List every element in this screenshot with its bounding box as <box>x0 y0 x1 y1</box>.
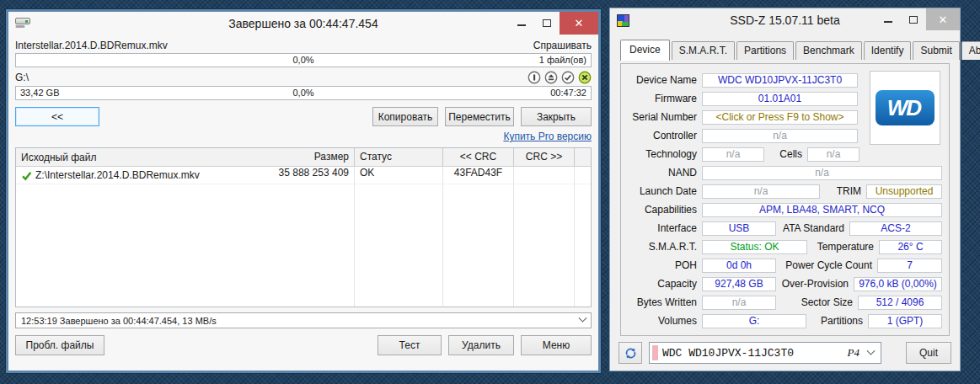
file-count: 1 файл(ов) <box>539 54 586 67</box>
controller-label: Controller <box>626 130 702 141</box>
smart-label: S.M.A.R.T. <box>626 241 702 253</box>
tab-benchmark[interactable]: Benchmark <box>795 41 862 60</box>
trim-label: TRIM <box>837 185 866 197</box>
test-button[interactable]: Тест <box>378 335 442 355</box>
total-progress-percent: 0,0% <box>16 87 591 99</box>
row-file-path: Z:\Interstellar.2014.D.BDRemux.mkv <box>35 169 200 181</box>
poh-label: POH <box>626 259 702 271</box>
maximize-button[interactable] <box>534 12 560 34</box>
menu-button[interactable]: Меню <box>521 335 592 355</box>
ata-standard-value: ACS-2 <box>849 221 942 236</box>
eject-icon[interactable] <box>544 71 558 84</box>
serial-value[interactable]: <Click or Press F9 to Show> <box>702 110 858 125</box>
source-file-label: Interstellar.2014.D.BDRemux.mkv <box>15 40 168 51</box>
minimize-button[interactable] <box>876 8 901 30</box>
over-provision-label: Over-Provision <box>782 278 854 290</box>
pause-icon[interactable] <box>527 71 541 84</box>
teracopy-window: »»» Завершено за 00:44:47.454 ✕ Interste… <box>5 8 602 374</box>
copy-button[interactable]: Копировать <box>372 107 438 126</box>
technology-value: n/a <box>702 147 764 162</box>
capacity-value: 927,48 GB <box>702 277 776 291</box>
file-list-table: Исходный файл Размер Статус << CRC CRC >… <box>15 147 592 307</box>
column-crc-source[interactable]: << CRC <box>443 148 514 166</box>
delete-button[interactable]: Удалить <box>448 335 514 355</box>
table-empty-area <box>16 184 591 307</box>
close-transfer-button[interactable]: Закрыть <box>521 107 592 126</box>
sector-size-label: Sector Size <box>801 296 858 308</box>
close-button[interactable]: ✕ <box>926 8 960 30</box>
power-cycle-label: Power Cycle Count <box>785 259 877 271</box>
check-icon <box>21 170 32 181</box>
vendor-logo-box: WD <box>870 71 940 145</box>
ssdz-window: SSD-Z 15.07.11 beta ✕ Device S.M.A.R.T. … <box>608 7 961 372</box>
close-icon: ✕ <box>939 13 948 26</box>
over-provision-value: 976,0 kB (0,00%) <box>854 277 942 291</box>
collapse-button[interactable]: << <box>15 107 99 126</box>
temperature-value: 26° C <box>879 240 942 254</box>
row-size: 35 888 253 409 <box>257 167 355 184</box>
tab-about[interactable]: About <box>961 41 980 60</box>
table-row[interactable]: Z:\Interstellar.2014.D.BDRemux.mkv 35 88… <box>16 167 591 184</box>
status-history-dropdown[interactable]: 12:53:19 Завершено за 00:44:47.454, 13 M… <box>15 312 592 328</box>
tab-smart[interactable]: S.M.A.R.T. <box>672 41 735 60</box>
tab-identify[interactable]: Identify <box>864 41 912 60</box>
cells-label: Cells <box>779 148 807 160</box>
problem-files-button[interactable]: Пробл. файлы <box>15 335 104 355</box>
cancel-icon[interactable] <box>578 71 592 84</box>
maximize-icon <box>909 16 918 24</box>
selected-device: WDC WD10JPVX-11JC3T0 <box>662 347 794 360</box>
sector-size-value: 512 / 4096 <box>858 296 942 310</box>
column-status[interactable]: Статус <box>355 148 443 166</box>
power-cycle-value: 7 <box>877 259 942 273</box>
column-crc-target[interactable]: CRC >> <box>514 148 575 166</box>
wd-logo: WD <box>876 90 934 125</box>
poh-value: 0d 0h <box>702 259 776 273</box>
quit-button[interactable]: Quit <box>906 342 951 364</box>
device-info-panel: WD Device NameWDC WD10JPVX-11JC3T0 Firmw… <box>620 64 950 336</box>
serial-label: Serial Number <box>626 111 702 123</box>
minimize-icon <box>517 24 526 26</box>
controller-value: n/a <box>702 129 858 143</box>
minimize-button[interactable] <box>509 12 534 34</box>
partitions-value: 1 (GPT) <box>868 314 942 328</box>
cells-value: n/a <box>807 147 860 162</box>
tab-device[interactable]: Device <box>620 40 670 61</box>
capabilities-label: Capabilities <box>626 204 702 216</box>
bytes-written-value: n/a <box>702 296 776 310</box>
move-button[interactable]: Переместить <box>445 107 514 126</box>
buy-pro-link[interactable]: Купить Pro версию <box>503 131 592 143</box>
launch-date-value: n/a <box>702 184 820 199</box>
device-color-marker <box>652 345 658 360</box>
teracopy-titlebar: »»» Завершено за 00:44:47.454 ✕ <box>8 12 598 35</box>
ask-mode-dropdown[interactable]: Спрашивать <box>533 40 592 51</box>
column-size[interactable]: Размер <box>257 148 355 166</box>
technology-label: Technology <box>626 148 702 160</box>
column-source-file[interactable]: Исходный файл <box>16 152 257 163</box>
table-header: Исходный файл Размер Статус << CRC CRC >… <box>16 148 591 167</box>
volumes-label: Volumes <box>626 315 702 327</box>
tab-partitions[interactable]: Partitions <box>736 41 794 60</box>
interface-value: USB <box>702 221 776 236</box>
close-button[interactable]: ✕ <box>560 12 598 35</box>
volumes-value: G: <box>702 314 806 328</box>
minimize-icon <box>884 21 892 23</box>
capabilities-value: APM, LBA48, SMART, NCQ <box>702 203 942 217</box>
chevron-down-icon <box>867 346 876 355</box>
temperature-label: Temperature <box>817 241 879 253</box>
ata-standard-label: ATA Standard <box>783 222 849 234</box>
device-selector-dropdown[interactable]: WDC WD10JPVX-11JC3T0 P4 <box>649 342 881 364</box>
trim-value: Unsupported <box>866 184 942 199</box>
launch-date-label: Launch Date <box>626 185 702 197</box>
close-icon: ✕ <box>575 17 584 29</box>
capacity-label: Capacity <box>626 278 702 290</box>
tab-submit[interactable]: Submit <box>913 41 959 60</box>
row-status: OK <box>355 167 443 184</box>
chevron-down-icon <box>579 314 587 323</box>
row-crc-source: 43FAD43F <box>443 167 514 184</box>
target-path-label: G:\ <box>15 72 29 83</box>
refresh-button[interactable] <box>619 342 642 364</box>
maximize-button[interactable] <box>901 8 926 30</box>
firmware-label: Firmware <box>626 93 702 104</box>
verify-icon[interactable] <box>561 71 575 84</box>
time-remaining: 00:47:32 <box>550 87 586 99</box>
